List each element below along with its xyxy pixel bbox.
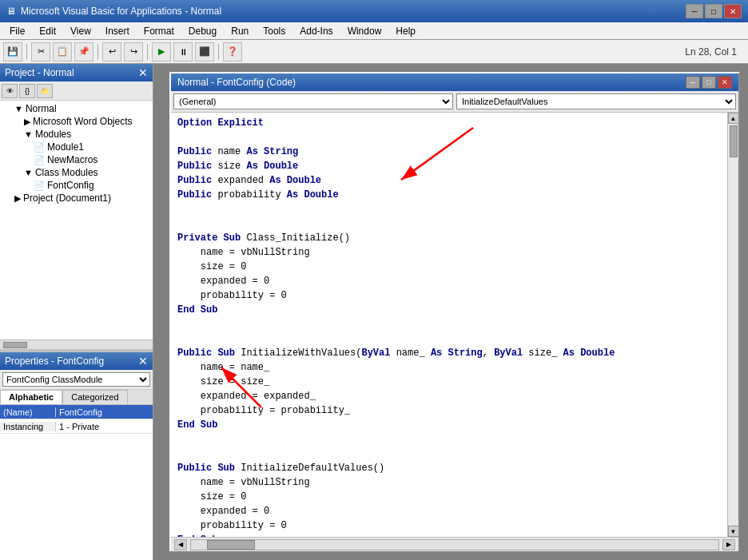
code-minimize-btn[interactable]: ─ — [686, 76, 700, 89]
code-selectors: (General) InitializeDefaultValues — [171, 91, 738, 113]
code-vscrollbar[interactable]: ▲ ▼ — [727, 113, 738, 537]
main-layout: Project - Normal ✕ 👁 {} 📁 ▼ Normal ▶ Mic… — [0, 64, 748, 560]
close-button[interactable]: ✕ — [724, 4, 742, 18]
toolbar-separator-1 — [26, 44, 27, 60]
project-scrollbar-thumb[interactable] — [3, 342, 27, 348]
tree-file-icon: 📄 — [34, 155, 45, 165]
menu-format[interactable]: Format — [137, 24, 181, 38]
tree-item-label: Normal — [26, 103, 57, 114]
toolbar-pause-button[interactable]: ⏸ — [173, 42, 193, 62]
tree-item-class-modules[interactable]: ▼ Class Modules — [2, 166, 151, 179]
tree-item-label: Project (Document1) — [23, 193, 111, 204]
project-view-object-btn[interactable]: 👁 — [2, 84, 18, 98]
scroll-up-btn[interactable]: ▲ — [728, 113, 739, 124]
project-view-code-btn[interactable]: {} — [19, 84, 35, 98]
tree-item-document1[interactable]: ▶ Project (Document1) — [2, 192, 151, 205]
tree-folder-icon: ▶ — [14, 193, 21, 204]
toolbar-separator-3 — [147, 44, 148, 60]
menu-file[interactable]: File — [3, 24, 31, 38]
code-bottom-left-btn[interactable]: ◀ — [174, 539, 187, 550]
menu-window[interactable]: Window — [341, 24, 388, 38]
scroll-thumb[interactable] — [730, 125, 738, 157]
props-cell-name-value: FontConfig — [56, 407, 153, 417]
props-cell-instancing-key: Instancing — [0, 422, 56, 431]
title-bar: 🖥 Microsoft Visual Basic for Application… — [0, 0, 748, 22]
code-area: Option Explicit Public name As String Pu… — [171, 113, 738, 537]
properties-panel: Properties - FontConfig ✕ FontConfig Cla… — [0, 352, 153, 560]
tree-item-module1[interactable]: 📄 Module1 — [2, 141, 151, 153]
code-close-btn[interactable]: ✕ — [718, 76, 732, 89]
project-header: Project - Normal ✕ — [0, 64, 153, 81]
toolbar-separator-2 — [97, 44, 98, 60]
tree-expand-icon: ▼ — [24, 129, 33, 139]
code-proc-select[interactable]: InitializeDefaultValues — [456, 93, 736, 109]
properties-close-button[interactable]: ✕ — [138, 355, 148, 367]
menu-addins[interactable]: Add-Ins — [293, 24, 339, 38]
toolbar-undo-button[interactable]: ↩ — [102, 42, 121, 62]
tree-item-label: Modules — [35, 129, 71, 140]
menu-help[interactable]: Help — [389, 24, 422, 38]
tree-item-fontconfig[interactable]: 📄 FontConfig — [2, 179, 151, 192]
project-close-button[interactable]: ✕ — [138, 66, 148, 79]
code-main: Option Explicit Public name As String Pu… — [171, 113, 738, 551]
props-row-instancing[interactable]: Instancing 1 - Private — [0, 419, 153, 434]
code-window: Normal - FontConfig (Code) ─ □ ✕ (Genera… — [169, 72, 740, 552]
project-tree: ▼ Normal ▶ Microsoft Word Objects ▼ Modu… — [0, 101, 153, 340]
cursor-position: Ln 28, Col 1 — [685, 46, 745, 58]
code-hscroll[interactable] — [190, 539, 719, 550]
code-bottom-right-btn[interactable]: ▶ — [722, 539, 735, 550]
toolbar: 💾 ✂ 📋 📌 ↩ ↪ ▶ ⏸ ⬛ ❓ Ln 28, Col 1 — [0, 40, 748, 64]
toolbar-paste-button[interactable]: 📌 — [74, 42, 94, 62]
tree-item-normal[interactable]: ▼ Normal — [2, 102, 151, 115]
tree-expand-icon: ▼ — [14, 104, 23, 113]
properties-object-select[interactable]: FontConfig ClassModule — [2, 372, 150, 387]
code-maximize-btn[interactable]: □ — [702, 76, 716, 89]
toolbar-redo-button[interactable]: ↪ — [124, 42, 143, 62]
tree-item-modules[interactable]: ▼ Modules — [2, 128, 151, 141]
properties-title: Properties - FontConfig — [5, 355, 104, 367]
left-panel: Project - Normal ✕ 👁 {} 📁 ▼ Normal ▶ Mic… — [0, 64, 153, 560]
tab-categorized[interactable]: Categorized — [62, 390, 127, 404]
props-cell-instancing-value: 1 - Private — [56, 422, 153, 431]
menu-edit[interactable]: Edit — [33, 24, 62, 38]
right-area: Normal - FontConfig (Code) ─ □ ✕ (Genera… — [153, 64, 748, 560]
props-cell-name-key: (Name) — [0, 407, 56, 417]
project-hscrollbar[interactable] — [0, 340, 153, 349]
menu-debug[interactable]: Debug — [182, 24, 223, 38]
properties-grid: (Name) FontConfig Instancing 1 - Private — [0, 405, 153, 560]
menu-tools[interactable]: Tools — [257, 24, 292, 38]
code-title-bar: Normal - FontConfig (Code) ─ □ ✕ — [171, 73, 738, 91]
tree-item-newmacros[interactable]: 📄 NewMacros — [2, 153, 151, 166]
menu-insert[interactable]: Insert — [99, 24, 136, 38]
minimize-button[interactable]: ─ — [686, 4, 703, 18]
tree-item-label: NewMacros — [47, 154, 97, 165]
project-title: Project - Normal — [5, 67, 74, 78]
maximize-button[interactable]: □ — [705, 4, 722, 18]
props-row-name[interactable]: (Name) FontConfig — [0, 405, 153, 419]
tree-item-label: FontConfig — [47, 180, 94, 191]
scroll-track — [728, 124, 738, 526]
app-title: Microsoft Visual Basic for Applications … — [21, 6, 221, 17]
code-object-select[interactable]: (General) — [173, 93, 453, 109]
toolbar-copy-button[interactable]: 📋 — [53, 42, 72, 62]
tree-item-word-objects[interactable]: ▶ Microsoft Word Objects — [2, 115, 151, 128]
menu-view[interactable]: View — [64, 24, 97, 38]
toolbar-run-button[interactable]: ▶ — [152, 42, 171, 62]
title-bar-left: 🖥 Microsoft Visual Basic for Application… — [6, 6, 221, 17]
toolbar-cut-button[interactable]: ✂ — [31, 42, 50, 62]
toolbar-save-button[interactable]: 💾 — [3, 42, 22, 62]
code-title-controls: ─ □ ✕ — [686, 76, 732, 89]
tree-item-label: Microsoft Word Objects — [33, 116, 132, 127]
tab-alphabetic[interactable]: Alphabetic — [0, 390, 62, 404]
scroll-down-btn[interactable]: ▼ — [728, 526, 739, 537]
code-hscroll-thumb[interactable] — [207, 540, 255, 550]
project-toggle-folders-btn[interactable]: 📁 — [37, 84, 53, 98]
toolbar-help-button[interactable]: ❓ — [223, 42, 242, 62]
tree-file-icon: 📄 — [34, 142, 45, 153]
code-editor[interactable]: Option Explicit Public name As String Pu… — [171, 113, 727, 537]
menu-run[interactable]: Run — [225, 24, 255, 38]
properties-tabs: Alphabetic Categorized — [0, 390, 153, 405]
code-window-title: Normal - FontConfig (Code) — [177, 77, 296, 88]
toolbar-stop-button[interactable]: ⬛ — [195, 42, 214, 62]
properties-selector: FontConfig ClassModule — [0, 370, 153, 390]
